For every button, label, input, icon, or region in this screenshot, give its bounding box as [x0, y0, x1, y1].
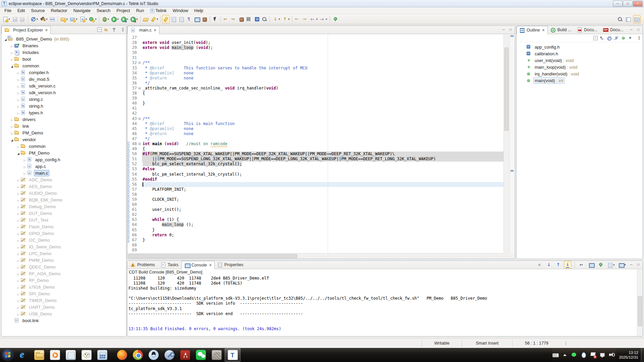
- expand-arrow-icon[interactable]: [16, 97, 20, 102]
- tree-item[interactable]: sdk_version.h: [1, 89, 126, 96]
- close-tab-icon[interactable]: ×: [542, 28, 545, 33]
- tree-item[interactable]: LPC_Demo: [1, 250, 126, 257]
- code-line[interactable]: 64 main_loop ();: [127, 222, 503, 227]
- menu-project[interactable]: Project: [113, 7, 133, 14]
- menu-source[interactable]: Source: [28, 7, 48, 14]
- tree-item[interactable]: compiler.h: [1, 69, 126, 76]
- menu-refactor[interactable]: Refactor: [48, 7, 70, 14]
- tree-item[interactable]: Includes: [1, 49, 126, 56]
- tree-item[interactable]: B85_Driver_Demo (in B85): [1, 36, 126, 42]
- volume-tray-icon[interactable]: [609, 352, 615, 358]
- tree-item[interactable]: ADC_Demo: [1, 176, 126, 183]
- code-line[interactable]: 67}: [127, 238, 503, 243]
- close-button[interactable]: ×: [633, 1, 643, 7]
- code-line[interactable]: 36 */: [127, 81, 503, 86]
- expand-arrow-icon[interactable]: [16, 251, 20, 256]
- new-class-button[interactable]: [88, 15, 98, 23]
- expand-arrow-icon[interactable]: [16, 191, 20, 196]
- tree-item[interactable]: Debug_Demo: [1, 203, 126, 210]
- code-line[interactable]: 48int main (void) //must on ramcode: [127, 141, 503, 146]
- adobe-reader-taskbar-button[interactable]: [177, 348, 193, 362]
- expand-arrow-icon[interactable]: [10, 130, 14, 135]
- taskbar-clock[interactable]: 13:12 2025/12/31: [616, 350, 641, 360]
- hide-non-public-members-icon[interactable]: [628, 36, 634, 41]
- tree-item[interactable]: common: [1, 62, 126, 69]
- expand-arrow-icon[interactable]: [16, 278, 20, 283]
- filter-icon[interactable]: [111, 27, 117, 33]
- tab-console[interactable]: Console×: [181, 261, 215, 269]
- c-element-grid-button[interactable]: [245, 15, 253, 23]
- tree-item[interactable]: IO_Swire_Demo: [1, 243, 126, 250]
- expand-arrow-icon[interactable]: [16, 305, 20, 310]
- code-line[interactable]: 32/**: [127, 60, 503, 65]
- collapse-all-icon[interactable]: [593, 36, 598, 41]
- tree-item[interactable]: PM_Demo: [1, 149, 126, 156]
- action-center-tray-icon[interactable]: [590, 352, 596, 358]
- code-line[interactable]: 30: [127, 50, 503, 55]
- scroll-lock-button[interactable]: [564, 261, 572, 269]
- word-wrap-button[interactable]: [578, 261, 586, 269]
- code-line[interactable]: 39: [127, 96, 503, 101]
- open-element-button[interactable]: [142, 15, 150, 23]
- clear-console-button[interactable]: [536, 261, 543, 269]
- show-selected-element-button[interactable]: [177, 15, 185, 23]
- code-line[interactable]: 47 */: [127, 136, 503, 141]
- expand-arrow-icon[interactable]: [10, 124, 14, 129]
- link-with-editor-icon[interactable]: [104, 27, 110, 33]
- tree-item[interactable]: link: [1, 123, 126, 129]
- maximize-button[interactable]: □: [623, 1, 633, 7]
- open-console-button[interactable]: [617, 261, 627, 269]
- expand-arrow-icon[interactable]: [16, 264, 20, 269]
- expand-arrow-icon[interactable]: [16, 110, 20, 115]
- input-method-tray-icon[interactable]: [552, 352, 558, 358]
- collapse-all-icon[interactable]: [97, 27, 102, 33]
- build-console-filter-button[interactable]: [201, 15, 208, 23]
- qq-taskbar-button[interactable]: [146, 348, 162, 362]
- maximize-view-icon[interactable]: □: [508, 27, 513, 33]
- tree-item[interactable]: SPI_Demo: [1, 290, 126, 297]
- build-binary-button[interactable]: [49, 15, 56, 23]
- c-search-blob-button[interactable]: [237, 15, 245, 23]
- next-annotation-button[interactable]: [271, 15, 281, 23]
- firefox-taskbar-button[interactable]: [114, 348, 130, 362]
- expand-arrow-icon[interactable]: [10, 57, 14, 62]
- minimize-view-icon[interactable]: ─: [629, 262, 634, 267]
- code-line[interactable]: 27: [127, 35, 503, 40]
- system-utility-taskbar-button[interactable]: [162, 348, 177, 362]
- overview-mark[interactable]: [511, 170, 514, 172]
- status-menu-icon[interactable]: ⋮: [561, 341, 571, 346]
- tab-tasks[interactable]: Tasks: [158, 261, 181, 269]
- outline-item[interactable]: irq_handler(void) : void: [517, 70, 643, 77]
- expand-arrow-icon[interactable]: [16, 184, 20, 189]
- code-line[interactable]: 62: [127, 212, 503, 217]
- open-console-view-button[interactable]: [193, 15, 201, 23]
- collapse-arrow-icon[interactable]: [10, 63, 14, 68]
- tree-item[interactable]: s7816_Demo: [1, 284, 126, 290]
- tab-outline[interactable]: Outline×: [517, 26, 548, 34]
- code-line[interactable]: 44 * @brief This is main function: [127, 121, 503, 126]
- skip-all-breakpoints-button[interactable]: [30, 15, 39, 23]
- menu-edit[interactable]: Edit: [14, 7, 28, 14]
- wechat-tray-tray-icon[interactable]: [571, 352, 577, 358]
- code-line[interactable]: 41: [127, 106, 503, 111]
- expand-arrow-icon[interactable]: [16, 83, 20, 88]
- code-line[interactable]: 61 user_init();: [127, 207, 503, 212]
- tree-item[interactable]: div_mod.S: [1, 76, 126, 82]
- close-view-icon[interactable]: ×: [45, 28, 48, 33]
- expand-arrow-icon[interactable]: [10, 50, 14, 55]
- menu-run[interactable]: Run: [133, 7, 147, 14]
- fold-collapse-icon[interactable]: [138, 117, 141, 120]
- mark-text-button[interactable]: [150, 15, 159, 23]
- tree-item[interactable]: PM_Demo: [1, 129, 126, 136]
- expand-arrow-icon[interactable]: [22, 157, 27, 162]
- media-player-taskbar-button[interactable]: [47, 348, 63, 362]
- tab-docu-[interactable]: Docu...: [600, 26, 627, 34]
- code-line[interactable]: 42: [127, 111, 503, 116]
- code-line[interactable]: 50#if(PM_MODE==SUSPEND_32K_XTAL_WAKEUP||…: [127, 152, 503, 157]
- code-line[interactable]: 57 PLATFORM_INIT;: [127, 187, 503, 192]
- tree-item[interactable]: AES_Demo: [1, 183, 126, 190]
- code-line[interactable]: 51 ||(PM_MODE==SUSPEND_LONG_32K_XTAL_WAK…: [127, 157, 503, 162]
- overview-ruler[interactable]: [509, 35, 515, 253]
- editor-vertical-scrollbar[interactable]: [503, 35, 509, 253]
- tree-item[interactable]: DUT_Test: [1, 217, 126, 223]
